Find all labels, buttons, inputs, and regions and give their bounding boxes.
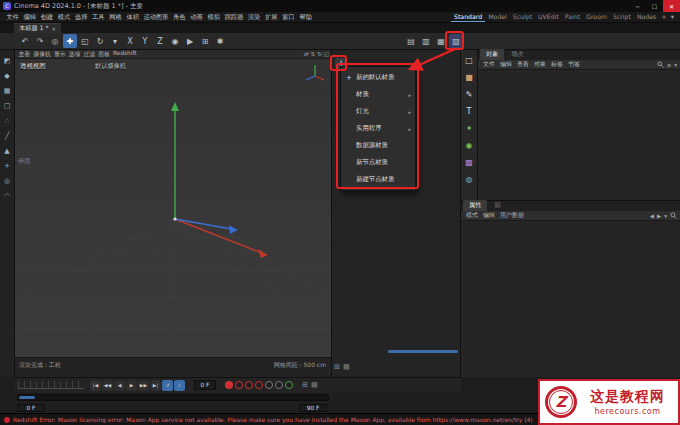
render-picture-viewer-icon[interactable]: ⊞	[198, 34, 212, 48]
viewport-menu-item[interactable]: Redshift	[111, 50, 138, 59]
menu-item[interactable]: 选择	[73, 13, 90, 22]
key-parameter-button[interactable]	[265, 381, 273, 389]
cube-icon[interactable]: ■	[463, 71, 475, 83]
viewport-menu-item[interactable]: 显示	[52, 50, 67, 59]
coordinate-system-icon[interactable]: ◉	[168, 34, 182, 48]
range-end-field[interactable]: 90 F	[299, 404, 327, 412]
layout-tab[interactable]: Groom	[583, 12, 610, 22]
manager-tab[interactable]: 对象	[480, 49, 504, 60]
mograph-cloner-icon[interactable]: ✶	[463, 122, 475, 134]
menu-item[interactable]: 扩展	[263, 13, 280, 22]
history-back-icon[interactable]: ◀	[650, 213, 654, 219]
maximize-button[interactable]: ☐	[646, 0, 663, 12]
text-icon[interactable]: T	[463, 105, 475, 117]
menu-item[interactable]: 跟踪器	[222, 13, 245, 22]
key-position-button[interactable]	[235, 381, 243, 389]
enable-axis-icon[interactable]: +	[2, 160, 13, 171]
model-mode-icon[interactable]: ◆	[2, 70, 13, 81]
key-pla-button[interactable]	[275, 381, 283, 389]
redo-icon[interactable]: ↷	[33, 34, 47, 48]
layout-tab[interactable]: Standard	[451, 12, 485, 22]
make-editable-icon[interactable]: ◩	[2, 55, 13, 66]
prev-frame-button[interactable]: ◀	[114, 380, 125, 391]
menu-item[interactable]: 运动图形	[141, 13, 171, 22]
manager-menu-item[interactable]: 标签	[549, 60, 565, 69]
attribute-area[interactable]	[461, 221, 680, 377]
menu-item[interactable]: 动画	[188, 13, 205, 22]
spline-pen-icon[interactable]: ✎	[463, 88, 475, 100]
layout-tab[interactable]: Script	[610, 12, 634, 22]
rotate-view-icon[interactable]: ↻	[317, 51, 322, 57]
object-list-area[interactable]	[478, 70, 680, 200]
layout-tab[interactable]: Nodes	[634, 12, 659, 22]
x-axis-lock-icon[interactable]: X	[123, 34, 137, 48]
sound-button[interactable]: ♪	[174, 380, 185, 391]
menu-item[interactable]: 工具	[90, 13, 107, 22]
manager-menu-item[interactable]: 编辑	[481, 211, 497, 220]
close-button[interactable]: ✕	[663, 0, 680, 12]
undo-icon[interactable]: ↶	[18, 34, 32, 48]
layout-tab[interactable]: Sculpt	[510, 12, 535, 22]
viewport-canvas[interactable]: 透视视图 默认摄像机 停用	[15, 59, 331, 357]
manager-menu-item[interactable]: 查看	[515, 60, 531, 69]
points-mode-icon[interactable]: ∴	[2, 115, 13, 126]
keyframe-selection-icon[interactable]: ⊞	[302, 381, 308, 389]
history-forward-icon[interactable]: ▶	[657, 213, 661, 219]
loop-button[interactable]: ↺	[162, 380, 173, 391]
prev-key-button[interactable]: ◀◀	[102, 380, 113, 391]
dolly-view-icon[interactable]: ⇅	[311, 51, 316, 57]
viewport-menu-item[interactable]: 面板	[97, 50, 112, 59]
material-layer-tab[interactable]: ▤	[343, 363, 350, 371]
layout-tab[interactable]: Paint	[562, 12, 583, 22]
volume-icon[interactable]: ▩	[463, 156, 475, 168]
layout-menu-icon[interactable]: ▾	[669, 13, 676, 21]
next-frame-button[interactable]: ▶▶	[138, 380, 149, 391]
panel-menu-icon[interactable]: ▾	[674, 62, 677, 68]
search-icon[interactable]	[670, 212, 677, 219]
add-layout-button[interactable]: +	[659, 13, 668, 21]
autokey-button[interactable]	[285, 381, 293, 389]
viewport-menu-item[interactable]: 选项	[67, 50, 82, 59]
last-tool-icon[interactable]: ▾	[108, 34, 122, 48]
record-keyframe-button[interactable]	[225, 381, 233, 389]
filter-icon[interactable]: ≡	[667, 62, 672, 68]
toggle-view-icon[interactable]: ◱	[324, 51, 329, 57]
manager-menu-item[interactable]: 用户数据	[498, 211, 526, 220]
menu-item[interactable]: 模拟	[205, 13, 222, 22]
snap-icon[interactable]: ◠	[2, 190, 13, 201]
document-tab[interactable]: 未标题 1 * ✕	[14, 23, 61, 33]
render-settings-icon[interactable]: ✱	[213, 34, 227, 48]
key-rotation-button[interactable]	[255, 381, 263, 389]
pan-view-icon[interactable]: ⇄	[304, 51, 309, 57]
manager-tab[interactable]: 层	[488, 200, 506, 211]
goto-end-button[interactable]: ▶|	[150, 380, 161, 391]
texture-mode-icon[interactable]: ▦	[2, 85, 13, 96]
viewport-menu-item[interactable]: 过滤	[82, 50, 97, 59]
viewport-menu-item[interactable]: 查看	[17, 50, 32, 59]
minimize-button[interactable]: ─	[629, 0, 646, 12]
range-slider-handle[interactable]	[19, 396, 35, 399]
timeline-ruler[interactable]	[18, 381, 84, 389]
render-view-icon[interactable]: ▶	[183, 34, 197, 48]
polygons-mode-icon[interactable]: ▲	[2, 145, 13, 156]
workplane-mode-icon[interactable]: □	[2, 100, 13, 111]
null-object-icon[interactable]: □	[463, 54, 475, 66]
timeline-window-icon[interactable]: ▤	[311, 381, 318, 389]
search-icon[interactable]	[657, 61, 664, 68]
menu-item[interactable]: 窗口	[280, 13, 297, 22]
scrollbar[interactable]	[388, 350, 458, 353]
menu-item[interactable]: 渲染	[246, 13, 263, 22]
manager-menu-item[interactable]: 文件	[481, 60, 497, 69]
manager-menu-item[interactable]: 书签	[566, 60, 582, 69]
play-button[interactable]: ▶	[126, 380, 137, 391]
z-axis-lock-icon[interactable]: Z	[153, 34, 167, 48]
menu-item[interactable]: 角色	[171, 13, 188, 22]
live-selection-icon[interactable]: ◎	[48, 34, 62, 48]
manager-menu-item[interactable]: 对象	[532, 60, 548, 69]
manager-menu-item[interactable]: 模式	[464, 211, 480, 220]
move-icon[interactable]: ✚	[63, 34, 77, 48]
material-list-tab[interactable]: ⊞	[334, 363, 340, 371]
menu-item[interactable]: 网格	[107, 13, 124, 22]
close-tab-icon[interactable]: ✕	[52, 26, 57, 32]
menu-item[interactable]: 模式	[55, 13, 72, 22]
